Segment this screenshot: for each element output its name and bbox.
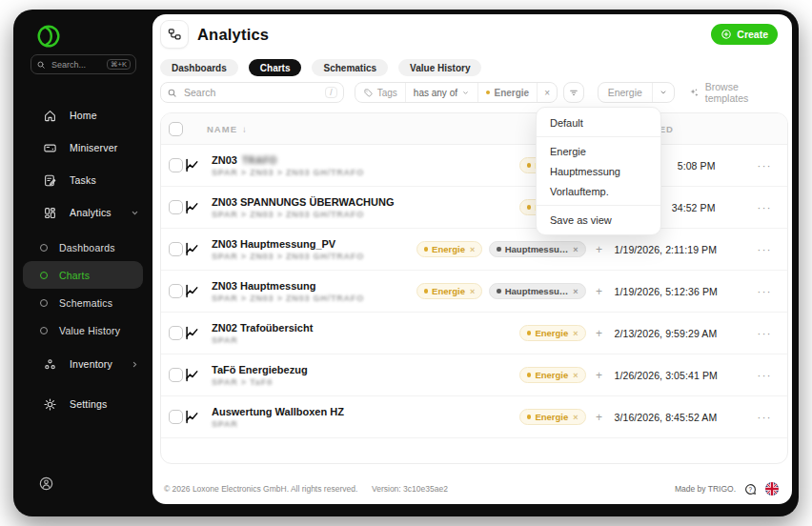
tag-pill-amber[interactable]: Energie× xyxy=(519,367,586,383)
filter-value[interactable]: Energie xyxy=(478,83,538,102)
row-checkbox[interactable] xyxy=(169,284,183,298)
tag-pill-gray[interactable]: Hauptmessu…× xyxy=(489,283,585,299)
menu-item-save-as-view[interactable]: Save as view xyxy=(537,210,660,230)
row-checkbox[interactable] xyxy=(169,200,183,214)
filter-options-button[interactable] xyxy=(563,82,584,103)
row-checkbox[interactable] xyxy=(169,158,183,172)
column-header-name[interactable]: NAME ↓ xyxy=(207,124,248,134)
table-row[interactable]: ZN03TRAFOSPAR > ZN03 > ZN03 GH/TRAFOEner… xyxy=(161,145,787,187)
menu-item-energie[interactable]: Energie xyxy=(537,141,660,161)
sidebar-item-dashboards[interactable]: Dashboards xyxy=(23,233,143,261)
tag-pill-amber[interactable]: Energie× xyxy=(416,241,483,257)
menu-item-default[interactable]: Default xyxy=(537,112,660,132)
chevron-down-icon xyxy=(652,83,674,102)
sidebar-subnav: DashboardsChartsSchematicsValue History xyxy=(13,233,152,344)
tag-filter-group: Tags has any of Energie × xyxy=(355,82,558,103)
sidebar-item-label: Analytics xyxy=(70,207,112,218)
made-by-text: Made by TRIGO. xyxy=(675,484,736,494)
tag-pill-gray[interactable]: Hauptmessu…× xyxy=(489,241,585,257)
sidebar-item-home[interactable]: Home xyxy=(13,99,152,132)
create-button[interactable]: Create xyxy=(711,24,778,45)
sidebar-search[interactable]: ⌘+K xyxy=(30,54,136,74)
menu-item-hauptmessung[interactable]: Hauptmessung xyxy=(537,161,660,181)
tab-value-history[interactable]: Value History xyxy=(398,59,481,76)
row-menu-button[interactable]: ··· xyxy=(758,370,773,381)
table-row[interactable]: ZN02 TrafoübersichtSPAREnergie×+2/13/202… xyxy=(161,313,787,354)
filter-remove-button[interactable]: × xyxy=(538,83,557,102)
row-name-block: ZN03 Hauptmessung_PVSPAR > ZN03 > ZN03 G… xyxy=(212,238,416,261)
sidebar-item-tasks[interactable]: Tasks xyxy=(13,164,152,196)
browse-templates-button[interactable]: Browse templates xyxy=(688,81,784,104)
settings-icon xyxy=(43,397,57,412)
row-checkbox[interactable] xyxy=(169,242,183,256)
tag-pill-amber[interactable]: Energie× xyxy=(519,325,586,341)
row-menu-button[interactable]: ··· xyxy=(758,160,773,172)
add-tag-button[interactable]: + xyxy=(594,369,605,382)
row-name-block: ZN03 HauptmessungSPAR > ZN03 > ZN03 GH/T… xyxy=(212,280,416,303)
view-select-value: Energie xyxy=(599,83,652,102)
tag-remove-icon[interactable]: × xyxy=(573,287,578,296)
language-flag-icon[interactable] xyxy=(765,482,779,496)
add-tag-button[interactable]: + xyxy=(594,327,605,340)
row-path-redacted: SPAR > ZN03 > ZN03 GH/TRAFO xyxy=(212,252,416,261)
sidebar-search-input[interactable] xyxy=(50,59,103,71)
row-checkbox[interactable] xyxy=(169,368,183,382)
row-name: TaFö Energiebezug xyxy=(212,364,519,375)
inventory-icon xyxy=(43,357,57,372)
add-tag-button[interactable]: + xyxy=(594,285,605,298)
tag-remove-icon[interactable]: × xyxy=(573,371,578,380)
row-name: ZN03TRAFO xyxy=(212,154,519,166)
row-menu-button[interactable]: ··· xyxy=(758,202,773,213)
menu-item-vorlauftemp-[interactable]: Vorlauftemp. xyxy=(537,181,660,201)
row-modified-date: 3/16/2026, 8:45:52 AM xyxy=(615,412,758,423)
sidebar-item-inventory[interactable]: Inventory xyxy=(13,348,152,380)
table-search[interactable]: / xyxy=(160,82,344,103)
filter-field[interactable]: Tags xyxy=(355,83,406,102)
sidebar-item-schematics[interactable]: Schematics xyxy=(23,289,143,316)
row-menu-button[interactable]: ··· xyxy=(758,244,773,255)
filter-operator[interactable]: has any of xyxy=(406,83,478,102)
tag-remove-icon[interactable]: × xyxy=(573,413,578,422)
tag-remove-icon[interactable]: × xyxy=(470,287,475,296)
sidebar-item-label: Home xyxy=(70,110,97,121)
tag-remove-icon[interactable]: × xyxy=(573,245,578,254)
sidebar-item-value-history[interactable]: Value History xyxy=(23,316,143,344)
tag-remove-icon[interactable]: × xyxy=(573,329,578,338)
select-all-checkbox[interactable] xyxy=(169,122,183,136)
footer: © 2026 Loxone Electronics GmbH. All righ… xyxy=(164,481,779,496)
table-row[interactable]: ZN03 Hauptmessung_PVSPAR > ZN03 > ZN03 G… xyxy=(161,229,787,271)
account-icon[interactable] xyxy=(38,475,54,492)
table-row[interactable]: Auswertung Wallboxen HZSPAREnergie×+3/16… xyxy=(161,396,787,438)
row-menu-button[interactable]: ··· xyxy=(758,328,773,339)
sidebar-item-charts[interactable]: Charts xyxy=(23,261,143,289)
sidebar-item-miniserver[interactable]: Miniserver xyxy=(13,132,152,164)
tag-pill-amber[interactable]: Energie× xyxy=(416,283,483,299)
create-button-label: Create xyxy=(737,29,768,40)
row-checkbox[interactable] xyxy=(169,326,183,340)
table-row[interactable]: ZN03 SPANNUNGS ÜBERWACHUNGSPAR > ZN03 > … xyxy=(161,187,787,229)
table-search-input[interactable] xyxy=(182,86,320,99)
page-title: Analytics xyxy=(197,26,269,44)
view-select[interactable]: Energie xyxy=(598,82,675,103)
tag-pill-amber[interactable]: Energie× xyxy=(519,409,586,425)
tag-remove-icon[interactable]: × xyxy=(470,245,475,254)
row-name-text: ZN03 xyxy=(212,154,237,166)
tab-dashboards[interactable]: Dashboards xyxy=(160,59,238,76)
table-row[interactable]: ZN03 HauptmessungSPAR > ZN03 > ZN03 GH/T… xyxy=(161,271,787,313)
help-chat-icon[interactable]: ? xyxy=(743,482,758,496)
sidebar-item-analytics[interactable]: Analytics xyxy=(13,196,152,229)
tab-schematics[interactable]: Schematics xyxy=(312,59,388,76)
filter-value-label: Energie xyxy=(494,88,529,98)
tag-label: Hauptmessu… xyxy=(505,244,569,254)
tab-charts[interactable]: Charts xyxy=(249,59,302,76)
row-menu-button[interactable]: ··· xyxy=(758,412,773,423)
bullet-icon xyxy=(40,299,48,307)
sidebar-item-settings[interactable]: Settings xyxy=(13,388,152,420)
table-row[interactable]: TaFö EnergiebezugSPAR > TaFöEnergie×+1/2… xyxy=(161,354,787,396)
bullet-icon xyxy=(40,244,48,252)
row-checkbox[interactable] xyxy=(169,410,183,424)
add-tag-button[interactable]: + xyxy=(594,411,605,424)
row-menu-button[interactable]: ··· xyxy=(758,286,773,297)
add-tag-button[interactable]: + xyxy=(594,243,605,256)
menu-divider xyxy=(537,136,660,137)
